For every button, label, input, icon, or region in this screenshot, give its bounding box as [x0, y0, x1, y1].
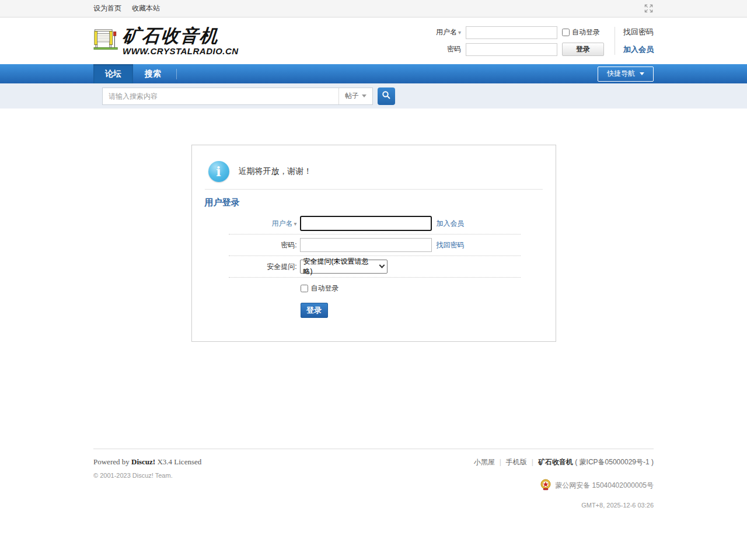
- register-link[interactable]: 加入会员: [437, 219, 465, 229]
- copyright-line: © 2001-2023 Discuz! Team.: [93, 472, 201, 479]
- login-panel: i 近期将开放，谢谢！ 用户登录 用户名▾ 加入会员 密码: 找回密码 安全提问…: [191, 145, 556, 342]
- chevron-down-icon[interactable]: ▾: [458, 29, 461, 36]
- username-row: 用户名▾ 加入会员: [229, 213, 521, 235]
- nav-item-search[interactable]: 搜索: [133, 64, 173, 83]
- set-homepage-link[interactable]: 设为首页: [93, 4, 121, 13]
- security-question-select[interactable]: 安全提问(未设置请忽略): [300, 260, 388, 274]
- police-badge-icon: [540, 479, 551, 492]
- site-header: 矿石收音机 WWW.CRYSTALRADIO.CN 用户名▾ 自动登录 密码 登…: [0, 18, 747, 64]
- security-question-label: 安全提问:: [229, 262, 300, 272]
- icp-number: ( 蒙ICP备05000029号-1 ): [575, 458, 654, 466]
- search-input[interactable]: [103, 88, 338, 104]
- server-time: GMT+8, 2025-12-6 03:26: [474, 502, 654, 509]
- header-login-button[interactable]: 登录: [562, 43, 604, 56]
- main-nav: 论坛 搜索 快捷导航: [0, 64, 747, 83]
- licensed-link[interactable]: Licensed: [174, 457, 201, 466]
- login-panel-title: 用户登录: [205, 197, 556, 208]
- header-lost-password-link[interactable]: 找回密码: [623, 27, 654, 37]
- header-password-label: 密码: [436, 44, 461, 54]
- main-content: i 近期将开放，谢谢！ 用户登录 用户名▾ 加入会员 密码: 找回密码 安全提问…: [0, 145, 747, 414]
- site-logo[interactable]: 矿石收音机 WWW.CRYSTALRADIO.CN: [93, 27, 239, 55]
- username-label: 用户名▾: [229, 219, 300, 229]
- header-register-link[interactable]: 加入会员: [623, 44, 654, 55]
- chevron-down-icon[interactable]: ▾: [294, 220, 296, 227]
- header-password-input[interactable]: [466, 43, 557, 56]
- powered-by-line: Powered by Discuz! X3.4 Licensed: [93, 457, 201, 467]
- chevron-down-icon: [362, 94, 366, 97]
- discuz-team-text: Discuz! Team.: [132, 472, 173, 479]
- bookmark-site-link[interactable]: 收藏本站: [132, 4, 160, 13]
- header-username-label: 用户名▾: [436, 27, 461, 37]
- header-autologin-label: 自动登录: [572, 27, 600, 37]
- quick-nav-button[interactable]: 快捷导航: [598, 66, 654, 82]
- nav-item-forum[interactable]: 论坛: [93, 64, 133, 83]
- info-icon: i: [208, 161, 229, 182]
- header-autologin-checkbox[interactable]: [562, 29, 570, 36]
- site-title: 矿石收音机: [122, 27, 239, 45]
- footer-site-link[interactable]: 矿石收音机: [538, 458, 573, 466]
- fullscreen-expand-icon[interactable]: [643, 4, 654, 14]
- password-label: 密码:: [229, 240, 300, 250]
- site-url-text: WWW.CRYSTALRADIO.CN: [123, 47, 239, 55]
- autologin-row: 自动登录: [301, 278, 556, 299]
- password-input[interactable]: [300, 238, 432, 252]
- autologin-label: 自动登录: [311, 284, 339, 293]
- username-input[interactable]: [300, 216, 432, 231]
- nav-separator: [176, 69, 177, 79]
- autologin-checkbox[interactable]: [301, 285, 308, 292]
- search-icon: [382, 90, 391, 102]
- lost-password-link[interactable]: 找回密码: [437, 240, 465, 250]
- footer-links: 小黑屋|手机版|矿石收音机 ( 蒙ICP备05000029号-1 ): [474, 457, 654, 467]
- mobile-version-link[interactable]: 手机版: [506, 458, 527, 466]
- security-question-row: 安全提问: 安全提问(未设置请忽略): [229, 256, 521, 278]
- discuz-link[interactable]: Discuz!: [131, 457, 155, 466]
- header-quick-login: 用户名▾ 自动登录 密码 登录 找回密码 加入会员: [436, 26, 654, 57]
- chevron-down-icon: [640, 72, 644, 75]
- search-scope-dropdown[interactable]: 帖子: [338, 88, 372, 104]
- search-box: 帖子: [102, 88, 373, 105]
- login-button[interactable]: 登录: [301, 303, 328, 318]
- crystal-radio-logo-icon: [93, 27, 120, 54]
- top-utility-bar: 设为首页 收藏本站: [0, 0, 747, 18]
- police-registration-link[interactable]: 蒙公网安备 15040402000005号: [555, 481, 654, 491]
- page-footer: Powered by Discuz! X3.4 Licensed © 2001-…: [0, 449, 747, 509]
- search-button[interactable]: [378, 88, 395, 105]
- police-registration-line: 蒙公网安备 15040402000005号: [474, 479, 654, 492]
- chevron-down-icon: [379, 262, 385, 268]
- password-row: 密码: 找回密码: [229, 235, 521, 256]
- search-strip: 帖子: [0, 83, 747, 108]
- header-username-input[interactable]: [466, 26, 557, 39]
- notice-message: 近期将开放，谢谢！: [239, 166, 312, 177]
- divider: [205, 189, 543, 190]
- darkroom-link[interactable]: 小黑屋: [474, 458, 495, 466]
